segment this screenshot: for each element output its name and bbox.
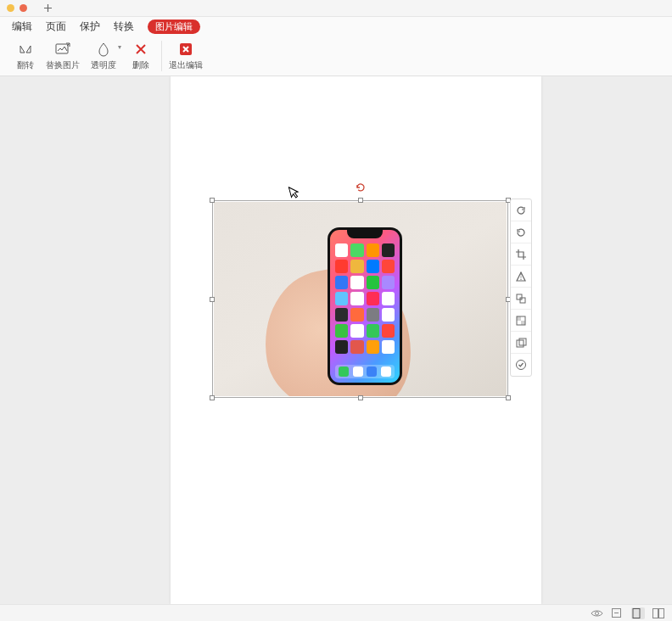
new-tab-button[interactable] — [39, 0, 56, 17]
phone-dock-icon — [339, 366, 349, 377]
delete-label: 删除 — [132, 59, 149, 71]
document-page[interactable] — [171, 76, 541, 604]
phone-app-icon — [382, 243, 395, 257]
float-rotate-cw[interactable] — [511, 221, 531, 243]
window-titlebar — [0, 0, 672, 17]
phone-app-icon — [335, 260, 348, 273]
single-page-icon — [631, 607, 641, 619]
menu-image-edit[interactable]: 图片编辑 — [148, 20, 200, 34]
menu-page[interactable]: 页面 — [46, 20, 66, 34]
extract-icon — [515, 293, 527, 305]
exit-edit-label: 退出编辑 — [169, 59, 203, 71]
view-mode-fit[interactable] — [611, 607, 624, 618]
phone-app-icon — [335, 276, 348, 289]
menu-convert[interactable]: 转换 — [114, 20, 134, 34]
phone-app-icon — [350, 308, 363, 322]
phone-app-icon — [367, 340, 379, 354]
replace-image-label: 替换图片 — [46, 59, 80, 71]
phone-app-icon — [335, 243, 348, 257]
phone-app-icon — [350, 243, 363, 257]
phone-app-icon — [350, 260, 363, 273]
resize-handle-n[interactable] — [358, 198, 363, 203]
status-bar — [0, 604, 672, 621]
phone-app-icon — [335, 292, 348, 305]
float-extract[interactable] — [511, 288, 531, 310]
svg-rect-13 — [653, 608, 658, 618]
view-mode-single[interactable] — [631, 607, 645, 619]
phone-dock-icon — [367, 366, 377, 377]
phone-app-icon — [335, 340, 348, 354]
svg-rect-8 — [519, 338, 526, 345]
flip-icon — [17, 41, 34, 58]
opacity-tool[interactable]: ▾ 透明度 — [83, 39, 124, 73]
workspace — [0, 76, 672, 604]
resize-handle-sw[interactable] — [210, 395, 215, 400]
rotate-handle[interactable] — [355, 182, 367, 193]
menu-protect[interactable]: 保护 — [80, 20, 100, 34]
phone-dock-icon — [353, 366, 363, 377]
delete-icon — [132, 41, 149, 58]
menu-edit[interactable]: 编辑 — [12, 20, 32, 34]
float-apply[interactable] — [511, 354, 531, 376]
phone-app-icon — [382, 308, 395, 322]
phone-app-icon — [367, 260, 379, 273]
exit-edit-tool[interactable]: 退出编辑 — [165, 39, 206, 73]
phone-app-icon — [367, 324, 379, 338]
delete-tool[interactable]: 删除 — [124, 39, 158, 73]
svg-rect-5 — [517, 316, 521, 321]
fit-width-icon — [611, 607, 622, 618]
phone-app-icon — [367, 292, 379, 305]
opacity-label: 透明度 — [91, 59, 116, 71]
toolbar-separator — [161, 41, 162, 71]
resize-handle-s[interactable] — [358, 395, 363, 400]
replace-image-tool[interactable]: 替换图片 — [42, 39, 83, 73]
phone-app-icon — [367, 276, 379, 289]
svg-rect-14 — [659, 608, 664, 618]
phone-app-icon — [350, 324, 363, 338]
rotate-ccw-icon — [515, 204, 527, 216]
float-flip[interactable] — [511, 266, 531, 288]
float-export[interactable] — [511, 332, 531, 354]
window-button-close[interactable] — [20, 4, 27, 12]
exit-edit-icon — [177, 41, 194, 58]
phone-app-icon — [335, 324, 348, 338]
resize-handle-nw[interactable] — [210, 198, 215, 203]
menu-bar: 编辑 页面 保护 转换 图片编辑 — [0, 17, 672, 36]
plus-icon — [43, 3, 53, 13]
resize-handle-w[interactable] — [210, 297, 215, 302]
svg-rect-6 — [521, 321, 525, 325]
rotate-cw-icon — [515, 227, 527, 238]
selected-image[interactable] — [212, 200, 508, 398]
float-rotate-ccw[interactable] — [511, 199, 531, 221]
svg-rect-12 — [633, 608, 640, 618]
flip-tool[interactable]: 翻转 — [8, 39, 42, 73]
replace-image-icon — [54, 41, 71, 58]
svg-rect-7 — [517, 340, 524, 347]
window-button-minimize[interactable] — [7, 4, 14, 12]
image-content — [214, 202, 507, 396]
checker-icon — [515, 315, 527, 327]
phone-app-icon — [335, 308, 348, 322]
opacity-icon — [95, 41, 112, 58]
phone-app-icon — [382, 340, 395, 354]
svg-rect-3 — [520, 298, 525, 303]
svg-rect-2 — [517, 294, 522, 299]
phone-app-icon — [382, 276, 395, 289]
resize-handle-se[interactable] — [506, 395, 511, 400]
phone-app-icon — [367, 308, 379, 322]
phone-app-icon — [350, 292, 363, 305]
export-icon — [515, 337, 527, 349]
phone-app-icon — [350, 276, 363, 289]
cursor-pointer-icon — [288, 183, 303, 199]
eye-icon — [591, 608, 603, 618]
crop-icon — [515, 249, 527, 260]
phone-app-icon — [382, 324, 395, 338]
float-opacity[interactable] — [511, 310, 531, 332]
float-crop[interactable] — [511, 243, 531, 266]
phone-illustration — [328, 227, 402, 385]
svg-point-10 — [596, 612, 599, 615]
check-circle-icon — [515, 359, 527, 371]
view-mode-double[interactable] — [652, 607, 665, 619]
image-float-toolbar — [510, 199, 532, 377]
view-mode-read[interactable] — [591, 608, 604, 618]
